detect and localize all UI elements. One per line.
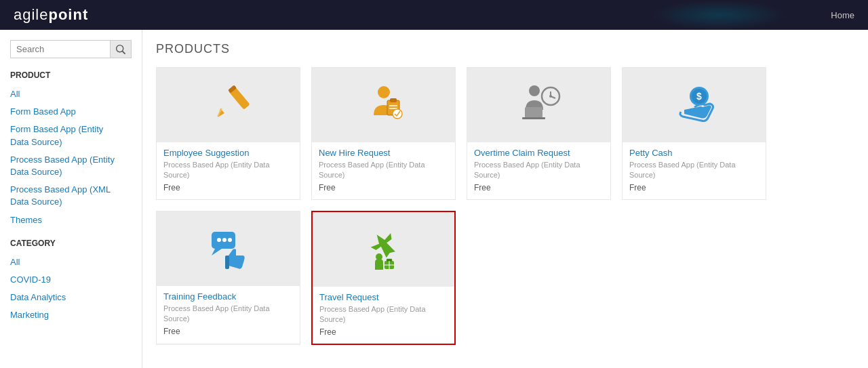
- svg-text:$: $: [696, 91, 702, 102]
- app-logo: agilepoint: [14, 6, 88, 24]
- sidebar-item-form-based-app[interactable]: Form Based App: [10, 103, 132, 121]
- product-card-travel-request[interactable]: Travel Request Process Based App (Entity…: [311, 211, 456, 345]
- product-card-body: New Hire Request Process Based App (Enti…: [312, 142, 455, 199]
- main-content: PRODUCTS Employee Sug: [142, 30, 868, 368]
- svg-rect-11: [525, 107, 542, 118]
- product-card-body: Employee Suggestion Process Based App (E…: [157, 142, 300, 199]
- product-price: Free: [163, 183, 293, 192]
- product-name: Employee Suggestion: [163, 148, 293, 158]
- sidebar-item-form-entity[interactable]: Form Based App (EntityData Source): [10, 121, 132, 150]
- product-card-image: [313, 212, 454, 287]
- new-hire-icon: [360, 81, 408, 129]
- svg-point-16: [549, 95, 552, 98]
- product-grid: Employee Suggestion Process Based App (E…: [156, 67, 766, 345]
- product-name: Travel Request: [319, 292, 448, 302]
- svg-point-24: [228, 238, 232, 242]
- product-card-petty-cash[interactable]: $ Petty Cash Process Based App (Entity D…: [622, 67, 766, 200]
- product-card-image: [467, 68, 610, 142]
- product-type: Process Based App (Entity Data Source): [319, 160, 448, 181]
- product-name: New Hire Request: [319, 148, 448, 158]
- petty-cash-icon: $: [671, 81, 718, 129]
- overtime-icon: [515, 81, 563, 129]
- product-price: Free: [163, 327, 293, 336]
- product-card-image: [312, 68, 455, 142]
- product-name: Overtime Claim Request: [474, 148, 604, 158]
- search-input[interactable]: [11, 41, 110, 58]
- search-icon: [116, 45, 125, 54]
- page-title: PRODUCTS: [156, 42, 854, 56]
- training-feedback-icon: [205, 225, 252, 272]
- svg-point-4: [378, 86, 390, 98]
- product-type: Process Based App (Entity Data Source): [319, 304, 448, 325]
- product-price: Free: [474, 183, 604, 192]
- svg-point-22: [217, 238, 221, 242]
- sidebar-item-covid[interactable]: COVID-19: [10, 271, 132, 289]
- svg-point-9: [393, 109, 402, 119]
- sidebar-item-data-analytics[interactable]: Data Analytics: [10, 289, 132, 306]
- nav-home[interactable]: Home: [831, 10, 854, 20]
- app-header: agilepoint Home: [0, 0, 868, 30]
- svg-point-23: [222, 238, 226, 242]
- sidebar-product-title: PRODUCT: [10, 70, 132, 80]
- svg-rect-25: [225, 255, 229, 269]
- sidebar-item-category-all[interactable]: All: [10, 253, 132, 271]
- svg-point-10: [529, 85, 540, 96]
- travel-request-icon: [360, 226, 408, 273]
- product-type: Process Based App (Entity Data Source): [163, 160, 293, 181]
- page-layout: PRODUCT All Form Based App Form Based Ap…: [0, 30, 868, 368]
- sidebar-item-marketing[interactable]: Marketing: [10, 306, 132, 324]
- sidebar-category-title: CATEGORY: [10, 239, 132, 248]
- search-button[interactable]: [110, 41, 131, 58]
- product-card-image: [157, 68, 300, 142]
- sidebar: PRODUCT All Form Based App Form Based Ap…: [0, 30, 142, 368]
- product-type: Process Based App (Entity Data Source): [474, 160, 604, 181]
- product-price: Free: [319, 183, 448, 192]
- product-card-overtime[interactable]: Overtime Claim Request Process Based App…: [467, 67, 611, 200]
- svg-rect-12: [522, 117, 545, 119]
- header-nav: Home: [831, 10, 854, 20]
- product-card-training-feedback[interactable]: Training Feedback Process Based App (Ent…: [156, 211, 300, 345]
- svg-marker-21: [212, 249, 222, 255]
- product-price: Free: [319, 327, 448, 337]
- product-card-body: Overtime Claim Request Process Based App…: [467, 142, 610, 199]
- product-name: Petty Cash: [629, 148, 759, 158]
- employee-suggestion-icon: [205, 81, 252, 129]
- product-card-employee-suggestion[interactable]: Employee Suggestion Process Based App (E…: [156, 67, 300, 200]
- sidebar-item-process-xml[interactable]: Process Based App (XMLData Source): [10, 181, 132, 211]
- search-box: [10, 40, 132, 58]
- product-card-body: Training Feedback Process Based App (Ent…: [157, 286, 300, 343]
- product-name: Training Feedback: [163, 291, 293, 302]
- product-type: Process Based App (Entity Data Source): [163, 304, 293, 325]
- product-card-new-hire[interactable]: New Hire Request Process Based App (Enti…: [311, 67, 456, 200]
- product-card-image: [157, 211, 300, 286]
- sidebar-item-product-all[interactable]: All: [10, 85, 132, 103]
- product-card-body: Petty Cash Process Based App (Entity Dat…: [623, 142, 766, 199]
- product-card-image: $: [623, 68, 766, 142]
- svg-rect-6: [390, 98, 397, 102]
- sidebar-item-process-entity[interactable]: Process Based App (EntityData Source): [10, 151, 132, 181]
- product-price: Free: [629, 183, 759, 192]
- sidebar-item-themes[interactable]: Themes: [10, 211, 132, 229]
- product-type: Process Based App (Entity Data Source): [629, 160, 759, 181]
- product-card-body: Travel Request Process Based App (Entity…: [313, 287, 454, 344]
